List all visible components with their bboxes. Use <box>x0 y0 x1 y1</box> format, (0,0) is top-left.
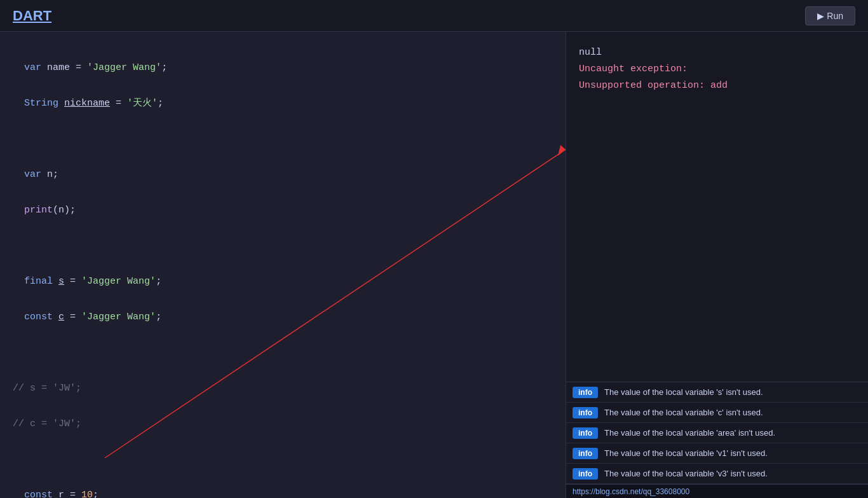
info-row-5: info The value of the local variable 'v3… <box>566 464 868 484</box>
info-text-5: The value of the local variable 'v3' isn… <box>604 469 768 478</box>
info-badge-5: info <box>573 468 598 480</box>
info-row-3: info The value of the local variable 'ar… <box>566 423 868 443</box>
status-url[interactable]: https://blog.csdn.net/qq_33608000 <box>573 487 689 496</box>
run-button[interactable]: ▶ Run <box>805 6 855 25</box>
code-editor[interactable]: var name = 'Jagger Wang'; String nicknam… <box>0 38 566 498</box>
info-row-2: info The value of the local variable 'c'… <box>566 403 868 423</box>
output-panel: null Uncaught exception: Unsupported ope… <box>566 32 868 498</box>
top-bar: DART ▶ Run <box>0 0 868 32</box>
main-layout: var name = 'Jagger Wang'; String nicknam… <box>0 32 868 498</box>
output-area: null Uncaught exception: Unsupported ope… <box>566 32 868 382</box>
dart-logo[interactable]: DART <box>13 8 51 24</box>
info-panel: info The value of the local variable 's'… <box>566 382 868 484</box>
info-badge-4: info <box>573 448 598 459</box>
output-exception-label: Uncaught exception: <box>579 61 855 78</box>
info-badge-3: info <box>573 427 598 439</box>
status-bar: https://blog.csdn.net/qq_33608000 <box>566 484 868 498</box>
info-text-3: The value of the local variable 'area' i… <box>604 428 775 438</box>
info-text-2: The value of the local variable 'c' isn'… <box>604 408 763 417</box>
info-badge-1: info <box>573 387 598 398</box>
output-null: null <box>579 45 855 61</box>
info-badge-2: info <box>573 407 598 418</box>
info-text-4: The value of the local variable 'v1' isn… <box>604 448 768 458</box>
info-row-1: info The value of the local variable 's'… <box>566 382 868 403</box>
code-panel: var name = 'Jagger Wang'; String nicknam… <box>0 32 566 498</box>
info-row-4: info The value of the local variable 'v1… <box>566 443 868 464</box>
info-text-1: The value of the local variable 's' isn'… <box>604 387 763 397</box>
output-error-message: Unsupported operation: add <box>579 78 855 94</box>
